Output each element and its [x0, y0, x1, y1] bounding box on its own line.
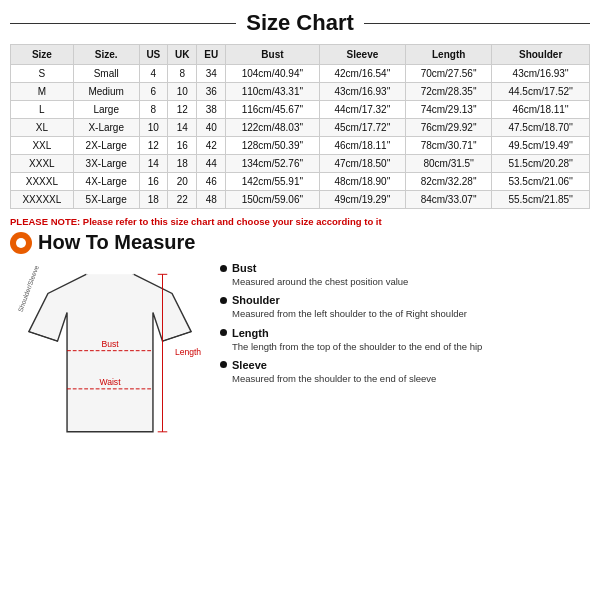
table-cell: Large	[73, 101, 139, 119]
table-cell: 51.5cm/20.28''	[492, 155, 590, 173]
measure-item-name: Length	[232, 327, 269, 339]
table-cell: S	[11, 65, 74, 83]
measure-item-title: Sleeve	[220, 359, 590, 371]
table-cell: 48cm/18.90''	[319, 173, 405, 191]
measure-info: BustMeasured around the chest position v…	[220, 260, 590, 592]
orange-circle-icon	[10, 232, 32, 254]
tshirt-svg: Bust Waist Length Shoulder/Sleeve	[10, 260, 210, 470]
table-cell: 14	[168, 119, 197, 137]
table-cell: 122cm/48.03''	[226, 119, 320, 137]
table-header-shoulder: Shoulder	[492, 45, 590, 65]
measure-item: BustMeasured around the chest position v…	[220, 262, 590, 288]
table-cell: 4	[139, 65, 168, 83]
title-line-right	[364, 23, 590, 24]
table-cell: 10	[168, 83, 197, 101]
measure-item: LengthThe length from the top of the sho…	[220, 327, 590, 353]
table-cell: 3X-Large	[73, 155, 139, 173]
table-cell: 12	[168, 101, 197, 119]
title-area: Size Chart	[10, 10, 590, 36]
table-cell: X-Large	[73, 119, 139, 137]
table-cell: 16	[139, 173, 168, 191]
table-cell: 20	[168, 173, 197, 191]
table-header-eu: EU	[197, 45, 226, 65]
table-cell: 40	[197, 119, 226, 137]
page: Size Chart SizeSize.USUKEUBustSleeveLeng…	[0, 0, 600, 600]
table-cell: XL	[11, 119, 74, 137]
tshirt-diagram: Bust Waist Length Shoulder/Sleeve	[10, 260, 210, 592]
table-row: SSmall4834104cm/40.94''42cm/16.54''70cm/…	[11, 65, 590, 83]
measure-item-title: Shoulder	[220, 294, 590, 306]
table-cell: 55.5cm/21.85''	[492, 191, 590, 209]
table-cell: XXXXXL	[11, 191, 74, 209]
orange-circle-inner	[16, 238, 26, 248]
table-cell: 128cm/50.39''	[226, 137, 320, 155]
table-cell: XXL	[11, 137, 74, 155]
table-row: MMedium61036110cm/43.31''43cm/16.93''72c…	[11, 83, 590, 101]
table-cell: Small	[73, 65, 139, 83]
table-cell: 82cm/32.28''	[406, 173, 492, 191]
measure-item-title: Bust	[220, 262, 590, 274]
measure-item-desc: Measured around the chest position value	[220, 275, 590, 288]
table-cell: 43cm/16.93''	[319, 83, 405, 101]
measure-item-name: Sleeve	[232, 359, 267, 371]
table-cell: 12	[139, 137, 168, 155]
table-cell: 49cm/19.29''	[319, 191, 405, 209]
table-cell: 47.5cm/18.70''	[492, 119, 590, 137]
table-cell: 47cm/18.50''	[319, 155, 405, 173]
measure-item-title: Length	[220, 327, 590, 339]
table-cell: L	[11, 101, 74, 119]
table-cell: 10	[139, 119, 168, 137]
waist-label: Waist	[99, 377, 121, 387]
table-cell: 2X-Large	[73, 137, 139, 155]
page-title: Size Chart	[246, 10, 354, 36]
table-cell: 18	[139, 191, 168, 209]
table-row: LLarge81238116cm/45.67''44cm/17.32''74cm…	[11, 101, 590, 119]
measure-item-desc: The length from the top of the shoulder …	[220, 340, 590, 353]
measure-item: SleeveMeasured from the shoulder to the …	[220, 359, 590, 385]
measure-item-name: Shoulder	[232, 294, 280, 306]
table-header-us: US	[139, 45, 168, 65]
table-cell: 80cm/31.5''	[406, 155, 492, 173]
bullet-icon	[220, 265, 227, 272]
table-cell: 46	[197, 173, 226, 191]
table-cell: 46cm/18.11''	[492, 101, 590, 119]
table-cell: 36	[197, 83, 226, 101]
table-row: XXXXXL5X-Large182248150cm/59.06''49cm/19…	[11, 191, 590, 209]
table-cell: 44cm/17.32''	[319, 101, 405, 119]
table-cell: 45cm/17.72''	[319, 119, 405, 137]
table-cell: 34	[197, 65, 226, 83]
table-header-bust: Bust	[226, 45, 320, 65]
table-header-uk: UK	[168, 45, 197, 65]
table-row: XLX-Large101440122cm/48.03''45cm/17.72''…	[11, 119, 590, 137]
table-cell: 16	[168, 137, 197, 155]
table-cell: 42cm/16.54''	[319, 65, 405, 83]
how-to-measure-title: How To Measure	[38, 231, 195, 254]
table-cell: M	[11, 83, 74, 101]
table-cell: 116cm/45.67''	[226, 101, 320, 119]
shoulder-sleeve-label: Shoulder/Sleeve	[17, 264, 40, 313]
table-cell: 6	[139, 83, 168, 101]
table-cell: 134cm/52.76''	[226, 155, 320, 173]
table-cell: 110cm/43.31''	[226, 83, 320, 101]
table-row: XXXXL4X-Large162046142cm/55.91''48cm/18.…	[11, 173, 590, 191]
table-header-size: Size.	[73, 45, 139, 65]
table-cell: 14	[139, 155, 168, 173]
table-cell: 48	[197, 191, 226, 209]
title-line-left	[10, 23, 236, 24]
table-cell: 150cm/59.06''	[226, 191, 320, 209]
bottom-section: Bust Waist Length Shoulder/Sleeve BustMe…	[10, 260, 590, 592]
bust-label: Bust	[101, 339, 119, 349]
bullet-icon	[220, 361, 227, 368]
table-cell: 74cm/29.13''	[406, 101, 492, 119]
table-row: XXL2X-Large121642128cm/50.39''46cm/18.11…	[11, 137, 590, 155]
table-cell: 72cm/28.35''	[406, 83, 492, 101]
table-cell: 142cm/55.91''	[226, 173, 320, 191]
table-header-sleeve: Sleeve	[319, 45, 405, 65]
table-header-row: SizeSize.USUKEUBustSleeveLengthShoulder	[11, 45, 590, 65]
measure-item-desc: Measured from the shoulder to the end of…	[220, 372, 590, 385]
table-cell: 38	[197, 101, 226, 119]
table-cell: 4X-Large	[73, 173, 139, 191]
table-cell: 43cm/16.93''	[492, 65, 590, 83]
table-cell: 70cm/27.56''	[406, 65, 492, 83]
table-cell: 104cm/40.94''	[226, 65, 320, 83]
